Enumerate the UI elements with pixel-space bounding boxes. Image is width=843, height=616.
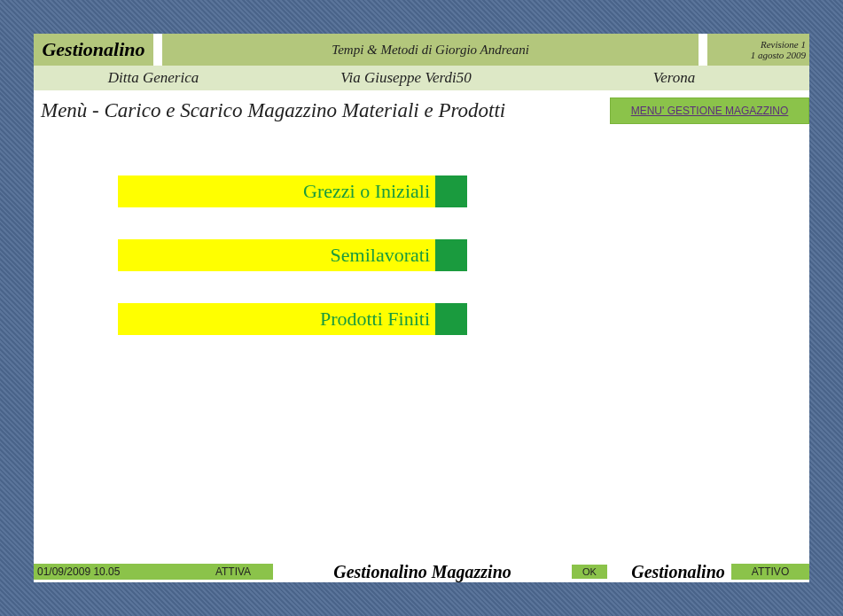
page-title: Menù - Carico e Scarico Magazzino Materi… (34, 97, 610, 124)
footer-datetime: 01/09/2009 10.05 (34, 564, 193, 580)
menu-title-row: Menù - Carico e Scarico Magazzino Materi… (34, 97, 809, 124)
revision-info: Revisione 1 1 agosto 2009 (707, 34, 809, 66)
brand-logo: Gestionalino (34, 34, 153, 66)
header-subtitle: Tempi & Metodi di Giorgio Andreani (162, 34, 699, 66)
menu-button-icon (435, 239, 467, 271)
company-address: Via Giuseppe Verdi50 (273, 69, 539, 87)
menu-button-semilavorati[interactable]: Semilavorati (118, 239, 467, 271)
footer-ok-badge: OK (572, 565, 607, 579)
menu-button-label: Grezzi o Iniziali (118, 175, 435, 207)
app-frame: Gestionalino Tempi & Metodi di Giorgio A… (34, 34, 809, 582)
footer-brand: Gestionalino (625, 562, 731, 582)
header-gap (699, 34, 707, 66)
company-info-row: Ditta Generica Via Giuseppe Verdi50 Vero… (34, 66, 809, 90)
main-content: Grezzi o Iniziali Semilavorati Prodotti … (34, 124, 809, 582)
footer-center-title: Gestionalino Magazzino (273, 562, 572, 582)
footer-status-attivo: ATTIVO (731, 564, 809, 580)
menu-gestione-magazzino-link[interactable]: MENU' GESTIONE MAGAZZINO (610, 97, 809, 124)
menu-button-icon (435, 175, 467, 207)
footer-status-attiva: ATTIVA (193, 564, 273, 580)
footer-bar: 01/09/2009 10.05 ATTIVA Gestionalino Mag… (34, 563, 809, 581)
header-gap (153, 34, 162, 66)
menu-button-prodotti-finiti[interactable]: Prodotti Finiti (118, 303, 467, 335)
company-name: Ditta Generica (34, 69, 273, 87)
menu-button-icon (435, 303, 467, 335)
menu-button-grezzi[interactable]: Grezzi o Iniziali (118, 175, 467, 207)
header-top: Gestionalino Tempi & Metodi di Giorgio A… (34, 34, 809, 66)
company-city: Verona (539, 69, 809, 87)
revision-date: 1 agosto 2009 (711, 50, 806, 60)
revision-label: Revisione 1 (711, 39, 806, 50)
menu-button-label: Prodotti Finiti (118, 303, 435, 335)
menu-button-label: Semilavorati (118, 239, 435, 271)
